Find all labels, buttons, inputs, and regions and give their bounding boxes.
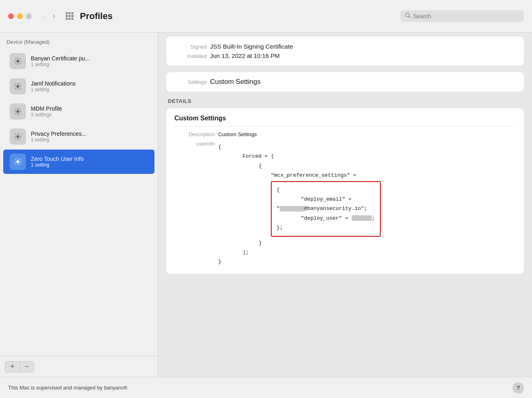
sidebar-footer: + − bbox=[0, 356, 158, 377]
description-value: Custom Settings bbox=[218, 131, 257, 137]
code-line-3: { bbox=[218, 161, 381, 171]
settings-card: Settings Custom Settings bbox=[166, 72, 524, 92]
sidebar-item-privacy[interactable]: Privacy Preferences... 1 setting bbox=[3, 124, 154, 149]
code-line-4: "mcx_preference_settings" = bbox=[218, 171, 381, 180]
code-line-2: Forced = ( bbox=[218, 152, 381, 161]
remove-button[interactable]: − bbox=[19, 361, 34, 372]
sidebar-item-text-privacy: Privacy Preferences... 1 setting bbox=[31, 131, 86, 143]
userinfo-label: userinfo bbox=[174, 141, 215, 147]
sidebar-icon-privacy bbox=[10, 128, 26, 145]
details-card-title: Custom Settings bbox=[174, 115, 516, 126]
close-button[interactable] bbox=[8, 13, 14, 19]
code-line-1: { bbox=[218, 142, 381, 152]
redacted-user bbox=[352, 215, 372, 221]
sidebar-list: Banyan Certificate pu... 1 setting Jamf … bbox=[0, 48, 158, 356]
sidebar-item-text-zerotouch: Zero Touch User Info 1 setting bbox=[31, 156, 84, 168]
sidebar-item-name-mdm: MDM Profile bbox=[31, 105, 62, 112]
description-label: Description bbox=[174, 131, 215, 137]
details-card: Custom Settings Description Custom Setti… bbox=[166, 108, 524, 274]
page-title: Profiles bbox=[80, 11, 394, 21]
redacted-email bbox=[280, 206, 304, 212]
code-after-3: } bbox=[218, 257, 381, 266]
info-card: Signed JSS Built-In Signing Certificate … bbox=[166, 36, 524, 66]
sidebar-item-jamf[interactable]: Jamf Notifications 1 setting bbox=[3, 74, 154, 98]
titlebar: ‹ › Profiles bbox=[0, 0, 532, 32]
detail-pane: Signed JSS Built-In Signing Certificate … bbox=[158, 32, 532, 377]
code-block: { Forced = ( { "mcx_preference_settings"… bbox=[218, 142, 381, 267]
code-after-1: } bbox=[218, 238, 381, 248]
sidebar-item-mdm[interactable]: MDM Profile 3 settings bbox=[3, 99, 154, 124]
back-button[interactable]: ‹ bbox=[41, 11, 49, 21]
sidebar-item-name-jamf: Jamf Notifications bbox=[31, 80, 75, 87]
sidebar-item-sub-banyan: 1 setting bbox=[31, 62, 90, 67]
settings-value: Custom Settings bbox=[210, 78, 261, 86]
statusbar: This Mac is supervised and managed by ba… bbox=[0, 377, 532, 398]
signed-row: Signed JSS Built-In Signing Certificate bbox=[174, 43, 516, 50]
sidebar-icon-mdm bbox=[10, 103, 26, 120]
sidebar-section-label: Device (Managed) bbox=[0, 32, 158, 48]
sidebar-item-sub-mdm: 3 settings bbox=[31, 112, 62, 118]
search-input[interactable] bbox=[413, 13, 519, 19]
installed-value: Jun 13, 2022 at 10:16 PM bbox=[210, 52, 280, 59]
installed-row: Installed Jun 13, 2022 at 10:16 PM bbox=[174, 52, 516, 59]
sidebar-item-name-zerotouch: Zero Touch User Info bbox=[31, 156, 84, 162]
nav-arrows: ‹ › bbox=[41, 11, 58, 21]
forward-button[interactable]: › bbox=[50, 11, 58, 21]
hl-line-3: "@banyansecurity.io"; bbox=[277, 204, 375, 213]
status-text: This Mac is supervised and managed by ba… bbox=[8, 385, 129, 391]
signed-value: JSS Built-In Signing Certificate bbox=[210, 43, 293, 50]
sidebar-icon-banyan bbox=[10, 53, 26, 69]
sidebar-item-sub-privacy: 1 setting bbox=[31, 137, 86, 143]
sidebar-item-text-jamf: Jamf Notifications 1 setting bbox=[31, 80, 75, 92]
grid-icon bbox=[66, 12, 73, 20]
help-button[interactable]: ? bbox=[513, 382, 524, 394]
description-row: Description Custom Settings bbox=[174, 131, 516, 137]
main-content: Device (Managed) Banyan Certificate pu..… bbox=[0, 32, 532, 377]
signed-label: Signed bbox=[174, 44, 207, 50]
sidebar-item-sub-zerotouch: 1 setting bbox=[31, 162, 84, 168]
installed-label: Installed bbox=[174, 53, 207, 59]
sidebar-item-banyan[interactable]: Banyan Certificate pu... 1 setting bbox=[3, 49, 154, 73]
svg-line-1 bbox=[409, 17, 411, 18]
sidebar-item-text-banyan: Banyan Certificate pu... 1 setting bbox=[31, 55, 90, 67]
search-icon bbox=[405, 13, 411, 19]
userinfo-row: userinfo { Forced = ( { "mcx_preference_… bbox=[174, 141, 516, 267]
minimize-button[interactable] bbox=[17, 13, 23, 19]
sidebar-item-zerotouch[interactable]: Zero Touch User Info 1 setting bbox=[3, 150, 154, 174]
hl-line-1: { bbox=[277, 185, 375, 195]
window-controls bbox=[8, 13, 32, 19]
hl-line-5: }; bbox=[277, 223, 375, 232]
highlighted-block: { "deploy_email" = "@banyansecurity.io";… bbox=[271, 181, 381, 237]
sidebar-item-text-mdm: MDM Profile 3 settings bbox=[31, 105, 62, 118]
hl-line-2: "deploy_email" = bbox=[277, 195, 375, 204]
sidebar-item-name-banyan: Banyan Certificate pu... bbox=[31, 55, 90, 62]
add-button[interactable]: + bbox=[5, 361, 19, 372]
sidebar: Device (Managed) Banyan Certificate pu..… bbox=[0, 32, 158, 377]
sidebar-item-sub-jamf: 1 setting bbox=[31, 87, 75, 92]
details-section-label: DETAILS bbox=[166, 98, 524, 104]
search-bar[interactable] bbox=[400, 10, 524, 22]
sidebar-icon-zerotouch bbox=[10, 154, 26, 170]
sidebar-item-name-privacy: Privacy Preferences... bbox=[31, 131, 86, 137]
hl-line-4: "deploy_user" = ; bbox=[277, 214, 375, 223]
code-after-2: ); bbox=[218, 248, 381, 257]
settings-label: Settings bbox=[174, 79, 207, 85]
maximize-button[interactable] bbox=[26, 13, 32, 19]
sidebar-icon-jamf bbox=[10, 78, 26, 94]
